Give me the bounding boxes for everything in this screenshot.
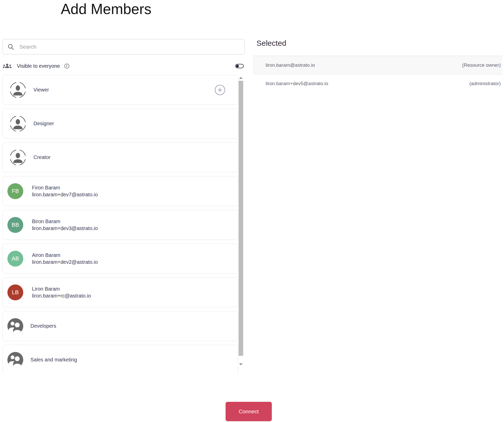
role-name: Viewer (33, 87, 49, 93)
member-card-group[interactable]: Developers (3, 311, 238, 341)
selected-members-list: liron.baram@astrato.io (Resource owner) … (253, 56, 502, 93)
people-group-icon (3, 63, 12, 69)
scroll-down-arrow-icon[interactable] (239, 363, 243, 366)
user-name: Biron Baram (32, 218, 98, 225)
selected-member-role: (administrator) (470, 81, 501, 86)
selected-heading: Selected (256, 39, 286, 48)
member-card-role[interactable]: Creator (3, 142, 238, 172)
avatar: FB (7, 183, 23, 199)
selected-member-row: liron.baram@astrato.io (Resource owner) (253, 56, 502, 74)
user-text: Liron Baram liron.baram+rc@astrato.io (32, 286, 91, 299)
toggle-knob (236, 65, 239, 67)
user-email: liron.baram+rc@astrato.io (32, 292, 91, 299)
group-name: Sales and marketing (30, 357, 77, 363)
member-card-user[interactable]: AB Airon Baram liron.baram+dev2@astrato.… (3, 244, 238, 273)
page-title: Add Members (61, 1, 151, 17)
info-icon[interactable] (64, 63, 69, 69)
user-text: Firon Baram liron.baram+dev7@astrato.io (32, 184, 98, 198)
scrollbar-thumb[interactable] (239, 81, 243, 356)
member-list: Viewer Designer Creator (3, 75, 238, 373)
user-name: Airon Baram (32, 252, 98, 259)
group-avatar-icon (7, 352, 23, 368)
user-name: Liron Baram (32, 286, 91, 292)
role-name: Creator (33, 154, 51, 160)
member-card-user[interactable]: BB Biron Baram liron.baram+dev3@astrato.… (3, 210, 238, 240)
avatar-initials: LB (12, 289, 19, 296)
member-card-role[interactable]: Designer (3, 109, 238, 139)
avatar: LB (7, 284, 23, 300)
member-card-user[interactable]: FB Firon Baram liron.baram+dev7@astrato.… (3, 176, 238, 206)
visibility-toggle[interactable] (235, 64, 244, 68)
user-email: liron.baram+dev3@astrato.io (32, 225, 98, 232)
role-name: Designer (33, 121, 54, 127)
group-avatar-icon (7, 318, 23, 334)
selected-member-email: liron.baram@astrato.io (266, 62, 315, 68)
selected-member-role: (Resource owner) (462, 62, 501, 68)
avatar-initials: BB (11, 222, 19, 228)
avatar-initials: FB (12, 188, 19, 195)
avatar: AB (7, 251, 23, 267)
member-card-user[interactable]: LB Liron Baram liron.baram+rc@astrato.io (3, 277, 238, 307)
person-dashed-circle-icon (9, 115, 26, 132)
visibility-row: Visible to everyone (3, 61, 244, 71)
add-members-dialog: Add Members Visible to everyon (0, 0, 504, 422)
visibility-label: Visible to everyone (17, 63, 60, 69)
search-box (3, 39, 245, 54)
user-name: Firon Baram (32, 184, 98, 191)
connect-button[interactable]: Connect (226, 402, 272, 421)
person-dashed-circle-icon (9, 82, 26, 98)
user-text: Biron Baram liron.baram+dev3@astrato.io (32, 218, 98, 232)
selected-member-email: liron.baram+dev5@astrato.io (266, 81, 328, 86)
person-dashed-circle-icon (9, 149, 26, 166)
member-list-scrollbar[interactable] (239, 75, 243, 373)
avatar-initials: AB (11, 255, 19, 262)
scroll-up-arrow-icon[interactable] (239, 77, 243, 79)
add-member-button[interactable] (215, 85, 225, 95)
selected-member-row: liron.baram+dev5@astrato.io (administrat… (253, 74, 502, 93)
member-card-role[interactable]: Viewer (3, 75, 238, 105)
avatar: BB (7, 217, 23, 233)
user-email: liron.baram+dev7@astrato.io (32, 191, 98, 198)
group-name: Developers (30, 323, 56, 329)
user-email: liron.baram+dev2@astrato.io (32, 259, 98, 266)
user-text: Airon Baram liron.baram+dev2@astrato.io (32, 252, 98, 266)
search-icon (7, 43, 14, 50)
search-input[interactable] (19, 44, 240, 50)
member-card-group[interactable]: Sales and marketing (3, 345, 238, 373)
